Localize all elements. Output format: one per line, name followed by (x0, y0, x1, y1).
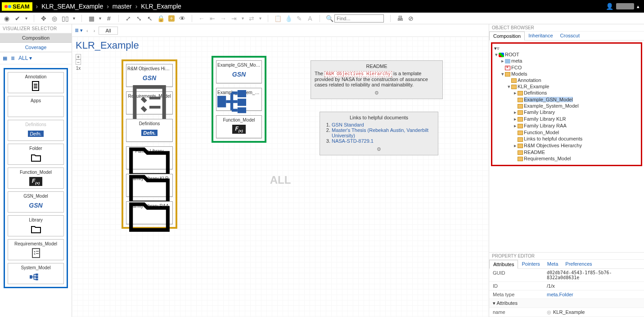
palette-item[interactable]: Annotation (8, 72, 64, 93)
dropdown-caret-icon[interactable]: ▾ (73, 16, 75, 21)
arrow-left-icon[interactable]: ← (198, 15, 205, 22)
breadcrumb-project[interactable]: KLR_SEAM_Example (41, 3, 103, 10)
lock-icon[interactable]: 🔒 (158, 15, 164, 22)
tree-item[interactable]: Example_GSN_Model (513, 96, 639, 103)
text-icon[interactable]: A (307, 15, 313, 22)
tree-wrap: ▾▿ ▾ROOT▸meta FCO▾Models Annotation▾KLR_… (491, 42, 642, 166)
prop-meta-value[interactable]: meta.Folder (547, 292, 640, 297)
filter-icon[interactable]: ▾▿ (494, 45, 500, 51)
canvas[interactable]: ≣ ▾ ‹ › All KLR_Example + − 1x R&M Objec… (72, 24, 489, 317)
copy-icon[interactable]: 📋 (275, 15, 281, 22)
pe-tab-preferences[interactable]: Preferences (562, 260, 595, 268)
print-icon[interactable]: 🖶 (397, 15, 403, 22)
link-item[interactable]: NASA-STD-8729.1 (332, 138, 434, 144)
canvas-node[interactable]: Function_ModelF(x) (216, 115, 262, 138)
tab-crosscut[interactable]: Crosscut (557, 32, 583, 40)
canvas-node[interactable]: Requirements_Model (126, 91, 173, 114)
readme-box[interactable]: README The R&M Objectives Hierarchy is a… (311, 60, 443, 99)
tree-item[interactable]: README (513, 149, 639, 155)
search-icon[interactable]: 🔍 (326, 15, 333, 22)
pe-tab-meta[interactable]: Meta (544, 260, 562, 268)
canvas-node[interactable]: Example_System_M... (216, 88, 262, 111)
check-circle-icon[interactable]: ✔ (14, 15, 21, 22)
palette-item[interactable]: GSN_ModelGSN (8, 191, 64, 213)
tab-inheritance[interactable]: Inheritance (525, 32, 556, 40)
swap-icon[interactable]: ⇄ (248, 15, 255, 22)
palette-item[interactable]: Requirements_Model (8, 239, 64, 260)
nav-fwd-icon[interactable]: › (94, 28, 95, 33)
dropdown-caret-icon[interactable]: ▾ (242, 16, 244, 21)
tree-item[interactable]: Example_System_Model (513, 103, 639, 109)
move-icon[interactable]: ✥ (41, 15, 47, 22)
palette-item[interactable]: Function_ModelF(x) (8, 168, 64, 189)
tree-item[interactable]: ▸Family Library KLR (513, 116, 639, 122)
eye-icon[interactable]: 👁 (179, 15, 185, 22)
arrow-leftstop-icon[interactable]: ⇤ (209, 15, 216, 22)
nav-back-icon[interactable]: ‹ (86, 28, 88, 33)
breadcrumb-branch[interactable]: master (113, 3, 132, 10)
edit-icon[interactable]: ✎ (296, 15, 302, 22)
cursor-icon[interactable]: ↖ (147, 15, 153, 22)
arrow-rightstop-icon[interactable]: ⇥ (231, 15, 237, 22)
tree-item[interactable]: Function_Model (513, 129, 639, 136)
tab-composition[interactable]: Composition (489, 32, 525, 41)
dropdown-caret-icon[interactable]: ▾ (25, 16, 27, 21)
canvas-node[interactable]: Family Library RAA (126, 201, 173, 224)
breadcrumb-node[interactable]: KLR_Example (141, 3, 181, 10)
canvas-tab-all[interactable]: All (99, 27, 117, 35)
columns-icon[interactable]: ▯▯ (62, 15, 68, 22)
palette-item[interactable]: System_Model (8, 263, 64, 284)
tree-item[interactable]: ▾KLR_Example▸Definitions Example_GSN_Mod… (507, 83, 639, 162)
links-box[interactable]: Links to helpful documents GSN StandardM… (320, 112, 438, 155)
gear-icon[interactable]: ⚙ (315, 90, 439, 96)
pe-tab-pointers[interactable]: Pointers (518, 260, 543, 268)
dropdown-caret-icon[interactable]: ▾ (99, 16, 101, 21)
tree-item[interactable]: Requirements_Model (513, 155, 639, 162)
user-chip[interactable] (616, 3, 634, 9)
canvas-node[interactable]: Example_GSN_ModelGSN (216, 60, 262, 83)
link-item[interactable]: Master's Thesis (Rebekah Austin, Vanderb… (332, 127, 434, 138)
list-view-icon[interactable]: ≣ (11, 55, 15, 61)
tree-item[interactable]: ▸Definitions (513, 90, 639, 96)
tree-item[interactable]: FCO (500, 64, 639, 71)
tree-item[interactable]: ▾ROOT▸meta FCO▾Models Annotation▾KLR_Exa… (494, 51, 639, 163)
tab-composition[interactable]: Composition (0, 33, 72, 43)
gear-icon[interactable]: ⚙ (324, 146, 434, 152)
circle-dot-icon[interactable]: ◉ (4, 15, 10, 22)
tree-item[interactable]: Links to helpful documents (513, 136, 639, 142)
hash-icon[interactable]: # (106, 15, 112, 22)
tree-item[interactable]: ▸meta (500, 58, 639, 64)
tab-coverage[interactable]: Coverage (0, 43, 72, 52)
target-icon[interactable]: ◎ (51, 15, 58, 22)
palette-item[interactable]: Folder (8, 144, 64, 165)
palette-item[interactable]: Library (8, 215, 64, 236)
grid-icon[interactable]: ▦ (88, 15, 95, 22)
object-tree[interactable]: ▾ROOT▸meta FCO▾Models Annotation▾KLR_Exa… (494, 51, 639, 163)
link-item[interactable]: GSN Standard (332, 122, 434, 127)
expand-diag-icon[interactable]: ⤡ (136, 15, 142, 22)
all-dropdown[interactable]: ALL ▾ (18, 55, 32, 61)
tree-item[interactable]: ▸Family Library RAA (513, 122, 639, 129)
grid-view-icon[interactable]: ▦ (3, 55, 7, 61)
arrow-right-icon[interactable]: → (220, 15, 226, 22)
expand-icon[interactable]: ⤢ (125, 15, 131, 22)
drop-icon[interactable]: 💧 (285, 15, 292, 22)
palette-item[interactable]: Apps (8, 96, 64, 117)
tree-item[interactable]: ▾Models Annotation▾KLR_Example▸Definitio… (500, 71, 639, 163)
tree-item[interactable]: Annotation (507, 77, 639, 83)
brand-badge[interactable]: SEAM (2, 2, 32, 11)
prop-name-value[interactable]: ◎KLR_Example (547, 309, 640, 315)
user-icon[interactable]: 👤 (606, 3, 613, 10)
pe-tab-attributes[interactable]: Attributes (489, 260, 518, 269)
search-input[interactable] (334, 14, 384, 23)
tree-item[interactable]: ▸R&M Objectives Hierarchy (513, 142, 639, 149)
dropdown-caret-icon[interactable]: ▾ (259, 16, 261, 21)
tree-item[interactable]: ▸Family Library (513, 109, 639, 116)
zoom-in-button[interactable]: + (76, 54, 81, 59)
list-menu-icon[interactable]: ≣ ▾ (75, 27, 83, 33)
plus-square-icon[interactable]: ＋ (168, 15, 175, 22)
zoom-out-button[interactable]: − (76, 59, 81, 65)
block-icon[interactable]: ⊘ (408, 15, 414, 22)
prop-attr-section[interactable]: Attributes (496, 300, 517, 306)
chevron-up-icon[interactable]: ▴ (637, 4, 639, 9)
